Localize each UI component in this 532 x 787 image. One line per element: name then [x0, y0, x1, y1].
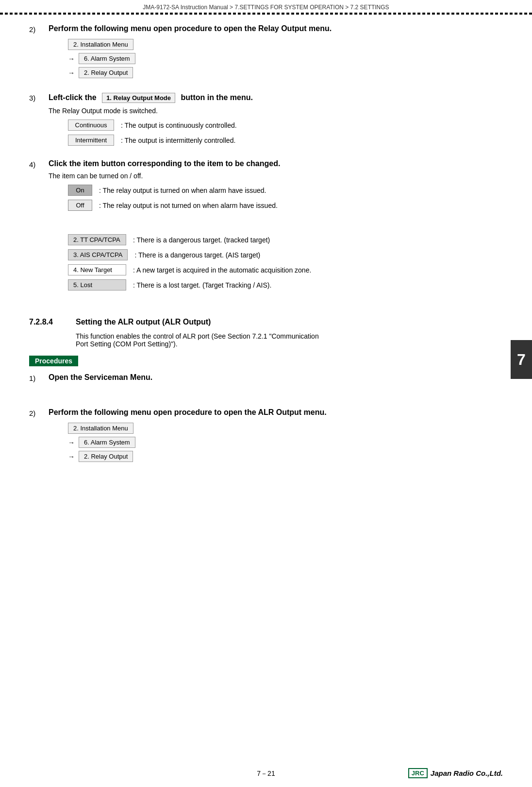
new-target-btn[interactable]: 4. New Target [68, 264, 126, 275]
lost-desc: : There is a lost target. (Target Tracki… [133, 281, 271, 289]
step-alr-1-num: 1) [29, 373, 49, 382]
section-7284-header: 7.2.8.4 Setting the ALR output (ALR Outp… [29, 318, 503, 329]
alr-menu-btn-installation[interactable]: 2. Installation Menu [68, 423, 133, 434]
off-desc: : The relay output is not turned on when… [99, 202, 278, 209]
step-4: 4) Click the item button corresponding t… [29, 159, 503, 295]
arrow-2: → [68, 69, 75, 77]
intermittent-row: Intermittent : The output is intermitten… [68, 135, 503, 146]
step-2: 2) Perform the following menu open proce… [29, 24, 503, 84]
tt-cpa-btn[interactable]: 2. TT CPA/TCPA [68, 234, 126, 245]
footer-logo: JRC Japan Radio Co.,Ltd. [408, 768, 503, 778]
menu-row-1: 2. Installation Menu [68, 39, 503, 50]
mode-options: Continuous : The output is continuously … [68, 120, 503, 146]
alr-arrow-1: → [68, 439, 75, 446]
new-target-desc: : A new target is acquired in the automa… [133, 266, 311, 274]
alr-menu-btn-alarm-system[interactable]: 6. Alarm System [79, 437, 135, 448]
alr-menu-row-3: → 2. Relay Output [68, 451, 503, 462]
step-3-desc: The Relay Output mode is switched. [49, 107, 503, 115]
alr-menu-btn-relay-output[interactable]: 2. Relay Output [79, 451, 133, 462]
step-2-title: Perform the following menu open procedur… [49, 24, 503, 33]
step-alr-1-title: Open the Serviceman Menu. [49, 373, 503, 382]
menu-flow-relay: 2. Installation Menu → 6. Alarm System →… [68, 39, 503, 78]
arrow-1: → [68, 55, 75, 63]
page-header: JMA-9172-SA Instruction Manual > 7.SETTI… [0, 0, 532, 14]
on-btn[interactable]: On [68, 185, 92, 196]
continuous-desc: : The output is continuously controlled. [121, 121, 237, 129]
relay-output-mode-btn[interactable]: 1. Relay Output Mode [102, 93, 175, 103]
step-4-content: Click the item button corresponding to t… [49, 159, 503, 295]
intermittent-desc: : The output is intermittenly controlled… [121, 137, 235, 144]
menu-btn-alarm-system[interactable]: 6. Alarm System [79, 53, 135, 64]
continuous-row: Continuous : The output is continuously … [68, 120, 503, 131]
step-alr-2-content: Perform the following menu open procedur… [49, 408, 503, 468]
step-2-content: Perform the following menu open procedur… [49, 24, 503, 84]
ais-cpa-btn[interactable]: 3. AIS CPA/TCPA [68, 249, 128, 260]
ais-cpa-row: 3. AIS CPA/TCPA : There is a dangerous t… [68, 249, 503, 260]
tt-cpa-desc: : There is a dangerous target. (tracked … [133, 236, 270, 244]
page-number: 7－21 [257, 770, 275, 778]
step-4-num: 4) [29, 159, 49, 169]
step-alr-2-title: Perform the following menu open procedur… [49, 408, 503, 417]
step-alr-2: 2) Perform the following menu open proce… [29, 408, 503, 468]
jrc-logo: JRC [408, 768, 428, 778]
on-row: On : The relay output is turned on when … [68, 185, 503, 196]
on-desc: : The relay output is turned on when ala… [99, 187, 266, 194]
step-4-desc: The item can be turned on / off. [49, 172, 503, 180]
section-7284-desc: This function enables the control of ALR… [76, 332, 503, 348]
menu-flow-alr: 2. Installation Menu → 6. Alarm System →… [68, 423, 503, 462]
lost-btn[interactable]: 5. Lost [68, 279, 126, 291]
step-3-num: 3) [29, 93, 49, 102]
step-3-title: Left-click the 1. Relay Output Mode butt… [49, 93, 503, 103]
off-btn[interactable]: Off [68, 200, 92, 211]
chapter-tab: 7 [511, 340, 532, 379]
new-target-row: 4. New Target : A new target is acquired… [68, 264, 503, 275]
intermittent-btn[interactable]: Intermittent [68, 135, 114, 146]
section-7284-num: 7.2.8.4 [29, 318, 68, 326]
step-alr-2-num: 2) [29, 408, 49, 417]
off-row: Off : The relay output is not turned on … [68, 200, 503, 211]
step-2-num: 2) [29, 24, 49, 34]
step-3: 3) Left-click the 1. Relay Output Mode b… [29, 93, 503, 151]
continuous-btn[interactable]: Continuous [68, 120, 114, 131]
alr-menu-row-1: 2. Installation Menu [68, 423, 503, 434]
section-7284-desc2: Port Setting (COM Port Setting)"). [76, 340, 178, 348]
company-name: Japan Radio Co.,Ltd. [431, 769, 503, 777]
lost-row: 5. Lost : There is a lost target. (Targe… [68, 279, 503, 291]
tt-cpa-row: 2. TT CPA/TCPA : There is a dangerous ta… [68, 234, 503, 245]
step-4-title: Click the item button corresponding to t… [49, 159, 503, 168]
breadcrumb: JMA-9172-SA Instruction Manual > 7.SETTI… [143, 4, 389, 11]
step-3-content: Left-click the 1. Relay Output Mode butt… [49, 93, 503, 151]
step-alr-1-content: Open the Serviceman Menu. [49, 373, 503, 386]
menu-row-3: → 2. Relay Output [68, 67, 503, 78]
alr-menu-row-2: → 6. Alarm System [68, 437, 503, 448]
onoff-options: On : The relay output is turned on when … [68, 185, 503, 211]
procedures-badge: Procedures [29, 356, 78, 366]
step-alr-1: 1) Open the Serviceman Menu. [29, 373, 503, 386]
target-options: 2. TT CPA/TCPA : There is a dangerous ta… [68, 234, 503, 291]
section-7284-title: Setting the ALR output (ALR Output) [76, 318, 211, 326]
section-7284-desc1: This function enables the control of ALR… [76, 332, 319, 340]
menu-row-2: → 6. Alarm System [68, 53, 503, 64]
alr-arrow-2: → [68, 453, 75, 461]
menu-btn-installation[interactable]: 2. Installation Menu [68, 39, 133, 50]
menu-btn-relay-output[interactable]: 2. Relay Output [79, 67, 133, 78]
ais-cpa-desc: : There is a dangerous target. (AIS targ… [134, 251, 260, 259]
